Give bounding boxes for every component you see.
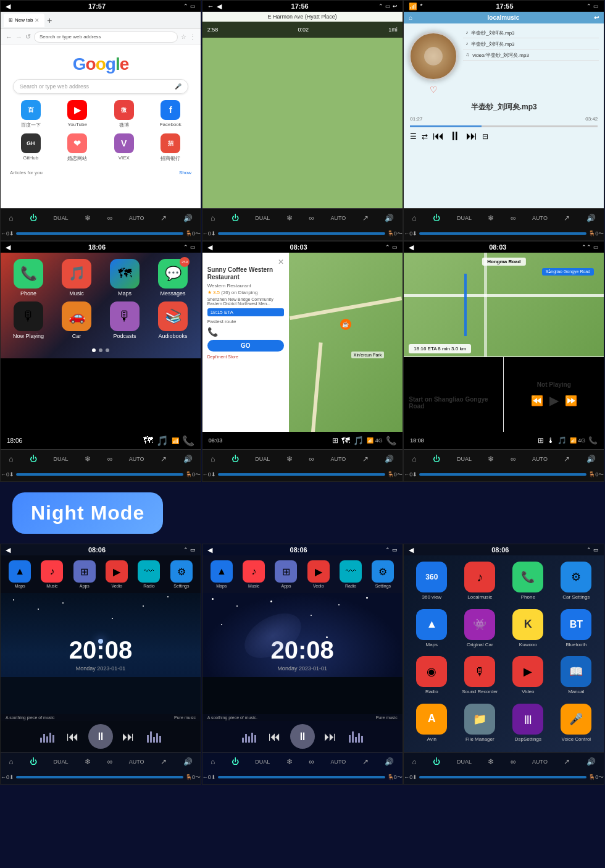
music-dock-icon3[interactable]: 🎵: [557, 436, 567, 445]
dot-2[interactable]: [99, 348, 102, 352]
home-btn[interactable]: ⌂: [9, 214, 13, 222]
prev-night1[interactable]: ⏮: [67, 730, 79, 744]
home-music[interactable]: ⌂: [409, 14, 412, 21]
progress-bar[interactable]: [410, 125, 598, 127]
prev-night2[interactable]: ⏮: [269, 730, 281, 744]
night-app-apps[interactable]: ⊞ Apps: [73, 560, 96, 588]
expand-icon[interactable]: ⌃: [183, 3, 188, 9]
power-btn4[interactable]: ⏻: [30, 455, 37, 463]
shuffle-icon[interactable]: ⇄: [422, 132, 428, 141]
maps-dock-icon2[interactable]: 🗺: [341, 436, 350, 445]
grid-app-carsettings[interactable]: ⚙ Car Settings: [554, 562, 598, 604]
grid-app-voicecontrol[interactable]: 🎤 Voice Control: [554, 704, 598, 746]
slider-down[interactable]: ⬇: [9, 230, 14, 237]
menu-nav[interactable]: ▭: [385, 3, 391, 9]
dot-3[interactable]: [106, 348, 109, 352]
bookmark-icon[interactable]: ☆: [181, 33, 186, 40]
carplay-app-car[interactable]: 🚗 Car: [55, 301, 98, 339]
night-app-apps2[interactable]: ⊞ Apps: [275, 560, 297, 588]
shortcut-baidu[interactable]: 百 百度一下: [10, 100, 52, 129]
prev-btn[interactable]: ⏮: [433, 130, 444, 143]
more-icon[interactable]: ⋮: [190, 33, 196, 40]
shortcut-github[interactable]: GH GitHub: [10, 133, 52, 162]
phone-btn[interactable]: 📞: [207, 327, 218, 337]
shortcut-weibo[interactable]: 微 微博: [103, 100, 145, 129]
home-btn8[interactable]: ⌂: [211, 757, 215, 766]
slider-down3[interactable]: ⬇: [412, 230, 417, 237]
url-input[interactable]: Search or type web address: [34, 32, 178, 43]
back-btn5[interactable]: ←: [202, 471, 208, 478]
list-icon[interactable]: ☰: [410, 132, 417, 141]
back-icon2[interactable]: ◀: [217, 2, 222, 11]
night-app-vedio[interactable]: ▶ Vedio: [106, 560, 128, 588]
expand-music[interactable]: ⌃: [586, 3, 591, 9]
grid-app-localmusic[interactable]: ♪ Localmusic: [458, 562, 501, 604]
phone-dock-icon3[interactable]: 📞: [588, 436, 598, 445]
back-carplay[interactable]: ◀: [6, 243, 10, 251]
slider-down7[interactable]: ⬇: [9, 774, 14, 780]
power-btn7[interactable]: ⏻: [30, 757, 37, 766]
grid-app-radio[interactable]: ◉ Radio: [410, 656, 453, 699]
grid-app-soundrecorder[interactable]: 🎙 Sound Recorder: [458, 656, 501, 699]
play-night2[interactable]: ⏸: [290, 724, 315, 749]
back-split[interactable]: ◀: [409, 243, 414, 251]
music-dock-icon[interactable]: 🎵: [156, 435, 169, 447]
slider-down6[interactable]: ⬇: [412, 471, 417, 478]
night-app-maps2[interactable]: ▲ Maps: [211, 560, 233, 588]
grid-app-phone[interactable]: 📞 Phone: [506, 562, 549, 604]
next-night1[interactable]: ⏭: [122, 730, 135, 744]
back-btn6[interactable]: ←: [404, 471, 409, 478]
power-btn6[interactable]: ⏻: [433, 455, 440, 463]
menu-icon[interactable]: ▭: [190, 3, 196, 9]
menu-night2[interactable]: ▭: [392, 547, 398, 553]
night-app-radio2[interactable]: 〰 Radio: [340, 560, 362, 588]
volume-icon6[interactable]: 🔊: [586, 455, 596, 463]
map-area[interactable]: ☕ Xin'ercun Park: [289, 253, 403, 432]
menu-carplay[interactable]: ▭: [190, 244, 196, 250]
slider-down5[interactable]: ⬇: [211, 471, 216, 478]
home-btn9[interactable]: ⌂: [412, 757, 417, 766]
play-night1[interactable]: ⏸: [88, 724, 113, 749]
grid-app-video[interactable]: ▶ Video: [506, 656, 549, 699]
google-search-box[interactable]: Search or type web address 🎤: [13, 79, 188, 94]
grid-app-originalcar[interactable]: 👾 Original Car: [458, 609, 501, 652]
heart-icon[interactable]: ♡: [430, 85, 438, 95]
menu-split[interactable]: ▭: [593, 244, 599, 250]
expand-nav[interactable]: ⌃: [378, 3, 383, 9]
phone-dock-icon[interactable]: 📞: [182, 435, 194, 447]
back-btn2[interactable]: ←: [202, 230, 208, 237]
track-3[interactable]: ♫ video/半壶纱_刘珂矣.mp3: [463, 51, 599, 61]
nav-back[interactable]: ←: [6, 33, 12, 41]
power-btn9[interactable]: ⏻: [433, 757, 440, 766]
music-dock-icon2[interactable]: 🎵: [353, 436, 364, 445]
close-sidebar[interactable]: ✕: [278, 258, 284, 266]
pause-btn[interactable]: ⏸: [449, 129, 461, 143]
expand-night3[interactable]: ⌃: [586, 547, 591, 553]
volume-icon3[interactable]: 🔊: [586, 214, 596, 222]
shortcut-wedding[interactable]: ❤ 婚恋网站: [57, 133, 99, 162]
add-tab-button[interactable]: +: [47, 15, 52, 25]
back-cpmap[interactable]: ◀: [207, 243, 212, 251]
play-btn[interactable]: ▶: [549, 393, 559, 408]
home-btn2[interactable]: ⌂: [211, 214, 215, 222]
go-button[interactable]: GO: [207, 340, 284, 352]
power-btn5[interactable]: ⏻: [232, 455, 239, 463]
night-app-settings2[interactable]: ⚙ Settings: [372, 560, 394, 588]
expand-carplay[interactable]: ⌃: [183, 244, 188, 250]
eq-icon[interactable]: ⊟: [482, 132, 488, 141]
volume-icon7[interactable]: 🔊: [183, 757, 193, 766]
night-app-music2[interactable]: ♪ Music: [243, 560, 265, 588]
mic-icon[interactable]: 🎤: [175, 83, 182, 90]
shortcut-bank[interactable]: 招 招商银行: [150, 133, 192, 162]
volume-icon5[interactable]: 🔊: [385, 455, 394, 463]
slider-down8[interactable]: ⬇: [211, 774, 216, 780]
back-night1[interactable]: ◀: [6, 546, 10, 554]
apps-grid-icon[interactable]: ⊞: [332, 436, 338, 445]
night-app-music[interactable]: ♪ Music: [41, 560, 63, 588]
back-nav-icon[interactable]: ←: [207, 2, 214, 10]
shortcut-viex[interactable]: V VIEX: [103, 133, 145, 162]
dot-1[interactable]: [92, 348, 96, 352]
apps-grid-icon2[interactable]: ⊞: [538, 436, 544, 445]
phone-dock-icon2[interactable]: 📞: [386, 436, 396, 445]
back-btn4[interactable]: ←: [1, 471, 6, 478]
